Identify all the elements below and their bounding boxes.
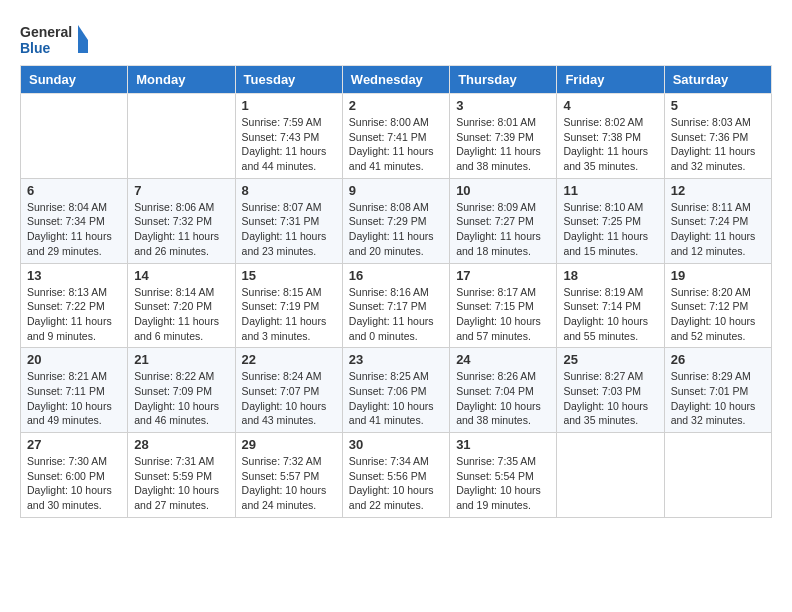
cell-content: Sunrise: 8:17 AM Sunset: 7:15 PM Dayligh… [456,285,550,344]
cell-content: Sunrise: 8:01 AM Sunset: 7:39 PM Dayligh… [456,115,550,174]
cell-1-6: 4Sunrise: 8:02 AM Sunset: 7:38 PM Daylig… [557,94,664,179]
cell-1-4: 2Sunrise: 8:00 AM Sunset: 7:41 PM Daylig… [342,94,449,179]
cell-2-4: 9Sunrise: 8:08 AM Sunset: 7:29 PM Daylig… [342,178,449,263]
cell-content: Sunrise: 8:03 AM Sunset: 7:36 PM Dayligh… [671,115,765,174]
cell-content: Sunrise: 8:00 AM Sunset: 7:41 PM Dayligh… [349,115,443,174]
col-header-saturday: Saturday [664,66,771,94]
cell-5-5: 31Sunrise: 7:35 AM Sunset: 5:54 PM Dayli… [450,433,557,518]
day-number: 7 [134,183,228,198]
day-number: 30 [349,437,443,452]
day-number: 17 [456,268,550,283]
cell-content: Sunrise: 8:29 AM Sunset: 7:01 PM Dayligh… [671,369,765,428]
cell-content: Sunrise: 8:02 AM Sunset: 7:38 PM Dayligh… [563,115,657,174]
cell-4-3: 22Sunrise: 8:24 AM Sunset: 7:07 PM Dayli… [235,348,342,433]
cell-content: Sunrise: 8:15 AM Sunset: 7:19 PM Dayligh… [242,285,336,344]
cell-5-3: 29Sunrise: 7:32 AM Sunset: 5:57 PM Dayli… [235,433,342,518]
svg-text:Blue: Blue [20,40,51,56]
cell-content: Sunrise: 8:25 AM Sunset: 7:06 PM Dayligh… [349,369,443,428]
logo-svg: GeneralBlue [20,20,90,60]
cell-content: Sunrise: 7:34 AM Sunset: 5:56 PM Dayligh… [349,454,443,513]
week-row-2: 6Sunrise: 8:04 AM Sunset: 7:34 PM Daylig… [21,178,772,263]
day-number: 22 [242,352,336,367]
week-row-4: 20Sunrise: 8:21 AM Sunset: 7:11 PM Dayli… [21,348,772,433]
cell-2-1: 6Sunrise: 8:04 AM Sunset: 7:34 PM Daylig… [21,178,128,263]
day-number: 13 [27,268,121,283]
col-header-tuesday: Tuesday [235,66,342,94]
day-number: 16 [349,268,443,283]
cell-content: Sunrise: 8:09 AM Sunset: 7:27 PM Dayligh… [456,200,550,259]
cell-content: Sunrise: 8:24 AM Sunset: 7:07 PM Dayligh… [242,369,336,428]
cell-4-4: 23Sunrise: 8:25 AM Sunset: 7:06 PM Dayli… [342,348,449,433]
cell-content: Sunrise: 7:31 AM Sunset: 5:59 PM Dayligh… [134,454,228,513]
calendar-table: SundayMondayTuesdayWednesdayThursdayFrid… [20,65,772,518]
day-number: 1 [242,98,336,113]
cell-5-4: 30Sunrise: 7:34 AM Sunset: 5:56 PM Dayli… [342,433,449,518]
logo: GeneralBlue [20,20,90,60]
day-number: 11 [563,183,657,198]
day-number: 6 [27,183,121,198]
col-header-wednesday: Wednesday [342,66,449,94]
cell-content: Sunrise: 8:14 AM Sunset: 7:20 PM Dayligh… [134,285,228,344]
cell-content: Sunrise: 7:35 AM Sunset: 5:54 PM Dayligh… [456,454,550,513]
col-header-friday: Friday [557,66,664,94]
cell-1-2 [128,94,235,179]
cell-5-1: 27Sunrise: 7:30 AM Sunset: 6:00 PM Dayli… [21,433,128,518]
cell-4-5: 24Sunrise: 8:26 AM Sunset: 7:04 PM Dayli… [450,348,557,433]
col-header-monday: Monday [128,66,235,94]
cell-1-5: 3Sunrise: 8:01 AM Sunset: 7:39 PM Daylig… [450,94,557,179]
cell-2-7: 12Sunrise: 8:11 AM Sunset: 7:24 PM Dayli… [664,178,771,263]
day-number: 10 [456,183,550,198]
cell-2-3: 8Sunrise: 8:07 AM Sunset: 7:31 PM Daylig… [235,178,342,263]
cell-content: Sunrise: 7:30 AM Sunset: 6:00 PM Dayligh… [27,454,121,513]
week-row-5: 27Sunrise: 7:30 AM Sunset: 6:00 PM Dayli… [21,433,772,518]
cell-3-7: 19Sunrise: 8:20 AM Sunset: 7:12 PM Dayli… [664,263,771,348]
day-number: 29 [242,437,336,452]
day-number: 23 [349,352,443,367]
cell-3-1: 13Sunrise: 8:13 AM Sunset: 7:22 PM Dayli… [21,263,128,348]
day-number: 3 [456,98,550,113]
cell-content: Sunrise: 7:59 AM Sunset: 7:43 PM Dayligh… [242,115,336,174]
day-number: 9 [349,183,443,198]
day-number: 4 [563,98,657,113]
cell-content: Sunrise: 8:27 AM Sunset: 7:03 PM Dayligh… [563,369,657,428]
cell-4-1: 20Sunrise: 8:21 AM Sunset: 7:11 PM Dayli… [21,348,128,433]
svg-marker-2 [78,25,88,40]
cell-content: Sunrise: 8:08 AM Sunset: 7:29 PM Dayligh… [349,200,443,259]
cell-3-6: 18Sunrise: 8:19 AM Sunset: 7:14 PM Dayli… [557,263,664,348]
cell-4-2: 21Sunrise: 8:22 AM Sunset: 7:09 PM Dayli… [128,348,235,433]
cell-content: Sunrise: 8:06 AM Sunset: 7:32 PM Dayligh… [134,200,228,259]
day-number: 8 [242,183,336,198]
cell-content: Sunrise: 8:10 AM Sunset: 7:25 PM Dayligh… [563,200,657,259]
day-number: 24 [456,352,550,367]
col-header-thursday: Thursday [450,66,557,94]
cell-content: Sunrise: 8:04 AM Sunset: 7:34 PM Dayligh… [27,200,121,259]
cell-3-5: 17Sunrise: 8:17 AM Sunset: 7:15 PM Dayli… [450,263,557,348]
day-number: 20 [27,352,121,367]
cell-content: Sunrise: 8:16 AM Sunset: 7:17 PM Dayligh… [349,285,443,344]
day-number: 21 [134,352,228,367]
header-row: SundayMondayTuesdayWednesdayThursdayFrid… [21,66,772,94]
day-number: 31 [456,437,550,452]
day-number: 15 [242,268,336,283]
cell-4-6: 25Sunrise: 8:27 AM Sunset: 7:03 PM Dayli… [557,348,664,433]
day-number: 14 [134,268,228,283]
week-row-1: 1Sunrise: 7:59 AM Sunset: 7:43 PM Daylig… [21,94,772,179]
cell-content: Sunrise: 8:19 AM Sunset: 7:14 PM Dayligh… [563,285,657,344]
cell-content: Sunrise: 8:22 AM Sunset: 7:09 PM Dayligh… [134,369,228,428]
cell-3-3: 15Sunrise: 8:15 AM Sunset: 7:19 PM Dayli… [235,263,342,348]
cell-3-2: 14Sunrise: 8:14 AM Sunset: 7:20 PM Dayli… [128,263,235,348]
day-number: 19 [671,268,765,283]
cell-content: Sunrise: 7:32 AM Sunset: 5:57 PM Dayligh… [242,454,336,513]
cell-1-1 [21,94,128,179]
cell-2-6: 11Sunrise: 8:10 AM Sunset: 7:25 PM Dayli… [557,178,664,263]
cell-content: Sunrise: 8:20 AM Sunset: 7:12 PM Dayligh… [671,285,765,344]
cell-content: Sunrise: 8:21 AM Sunset: 7:11 PM Dayligh… [27,369,121,428]
day-number: 27 [27,437,121,452]
day-number: 2 [349,98,443,113]
cell-content: Sunrise: 8:26 AM Sunset: 7:04 PM Dayligh… [456,369,550,428]
day-number: 18 [563,268,657,283]
week-row-3: 13Sunrise: 8:13 AM Sunset: 7:22 PM Dayli… [21,263,772,348]
cell-4-7: 26Sunrise: 8:29 AM Sunset: 7:01 PM Dayli… [664,348,771,433]
col-header-sunday: Sunday [21,66,128,94]
day-number: 12 [671,183,765,198]
